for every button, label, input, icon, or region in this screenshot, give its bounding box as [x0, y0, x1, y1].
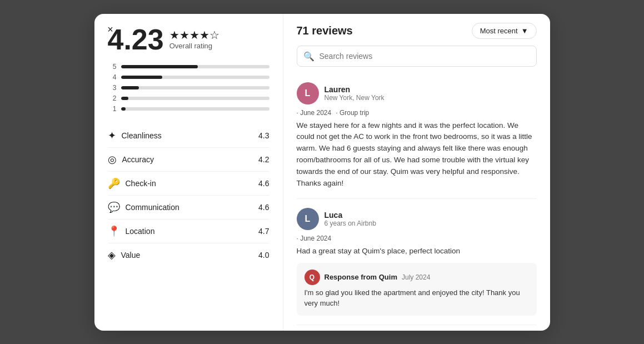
review-date-badge: · June 2024: [297, 235, 537, 242]
reviewer-name: Lauren: [325, 85, 385, 94]
bar-track: [121, 97, 269, 100]
category-left: 📍 Location: [108, 225, 155, 237]
category-left: ✦ Cleanliness: [108, 129, 162, 142]
reviewer-info: Luca 6 years on Airbnb: [325, 211, 376, 227]
category-icon: 📍: [108, 225, 120, 237]
category-icon: ◈: [108, 249, 116, 261]
bar-label: 2: [108, 94, 117, 102]
reviewer-meta: 6 years on Airbnb: [325, 220, 376, 227]
bar-fill: [121, 86, 139, 89]
reviewer-info: Lauren New York, New York: [325, 85, 385, 102]
category-icon: 💬: [108, 201, 120, 213]
category-left: ◎ Accuracy: [108, 153, 154, 166]
category-name: Value: [121, 251, 141, 260]
response-date: July 2024: [402, 273, 430, 281]
bar-track: [121, 107, 269, 111]
bar-fill: [121, 65, 198, 68]
right-panel: 71 reviews Most recent ▼ 🔍 L Lauren New …: [283, 14, 550, 331]
category-item: ✦ Cleanliness 4.3: [108, 124, 269, 148]
category-left: 💬 Communication: [108, 201, 179, 213]
category-icon: 🔑: [108, 177, 120, 190]
reviews-list: L Lauren New York, New York · June 2024 …: [283, 73, 550, 331]
response-block: Q Response from Quim July 2024 I'm so gl…: [297, 263, 537, 316]
review-text: Had a great stay at Quim's place, perfec…: [297, 246, 537, 257]
category-item: 💬 Communication 4.6: [108, 196, 269, 220]
category-icon: ✦: [108, 129, 116, 142]
review-date: · June 2024: [297, 109, 332, 117]
review-text: We stayed here for a few nights and it w…: [297, 120, 537, 190]
avatar: L: [297, 208, 319, 230]
reviewer-row: L Luca 6 years on Airbnb: [297, 208, 537, 230]
response-header: Q Response from Quim July 2024: [304, 270, 529, 285]
category-score: 4.0: [258, 251, 269, 260]
bar-row: 4: [108, 73, 269, 81]
response-avatar: Q: [304, 270, 320, 285]
category-item: ◎ Accuracy 4.2: [108, 148, 269, 172]
category-name: Check-in: [126, 179, 156, 188]
bar-label: 1: [108, 105, 117, 113]
search-input[interactable]: [297, 46, 537, 67]
left-panel: 4.23 ★★★★☆ Overall rating 5 4 3 2 1: [94, 14, 283, 331]
sort-label: Most recent: [480, 27, 518, 35]
category-name: Accuracy: [122, 155, 154, 164]
search-icon: 🔍: [303, 51, 314, 61]
review-item: L Luca 6 years on Airbnb · June 2024 Had…: [297, 199, 537, 325]
close-button[interactable]: ×: [102, 22, 119, 38]
modal-overlay[interactable]: × 4.23 ★★★★☆ Overall rating 5 4 3: [0, 0, 644, 344]
rating-bars: 5 4 3 2 1: [108, 63, 269, 113]
bar-label: 3: [108, 84, 117, 92]
reviewer-name: Luca: [325, 211, 376, 220]
reviews-count: 71 reviews: [297, 24, 353, 37]
bar-row: 2: [108, 94, 269, 102]
review-item: W Will 8 months on Airbnb · June 2024 · …: [297, 325, 537, 331]
reviewer-row: L Lauren New York, New York: [297, 82, 537, 104]
sort-dropdown[interactable]: Most recent ▼: [472, 23, 537, 39]
category-left: 🔑 Check-in: [108, 177, 156, 190]
bar-label: 5: [108, 63, 117, 71]
reviewer-meta: New York, New York: [325, 94, 385, 102]
review-badge: · Group trip: [336, 109, 369, 117]
bar-fill: [121, 97, 128, 100]
modal-body: 4.23 ★★★★☆ Overall rating 5 4 3 2 1: [94, 14, 550, 331]
review-item: L Lauren New York, New York · June 2024 …: [297, 73, 537, 200]
bar-track: [121, 76, 269, 79]
category-icon: ◎: [108, 153, 117, 166]
reviews-modal: × 4.23 ★★★★☆ Overall rating 5 4 3: [94, 14, 550, 331]
bar-fill: [121, 76, 163, 79]
bar-row: 5: [108, 63, 269, 71]
overall-label: Overall rating: [169, 42, 219, 50]
category-score: 4.3: [258, 131, 269, 140]
reviews-header: 71 reviews Most recent ▼: [283, 14, 550, 46]
category-name: Location: [126, 227, 155, 236]
response-text: I'm so glad you liked the apartment and …: [304, 287, 529, 309]
bar-fill: [121, 107, 126, 111]
category-score: 4.6: [258, 179, 269, 188]
bar-row: 1: [108, 105, 269, 113]
category-name: Communication: [126, 203, 179, 212]
close-icon: ×: [107, 24, 113, 36]
category-item: 🔑 Check-in 4.6: [108, 172, 269, 196]
category-item: 📍 Location 4.7: [108, 220, 269, 243]
category-score: 4.2: [258, 155, 269, 164]
category-item: ◈ Value 4.0: [108, 243, 269, 267]
overall-rating-section: 4.23 ★★★★☆ Overall rating: [108, 25, 269, 54]
category-score: 4.7: [258, 227, 269, 236]
category-name: Cleanliness: [122, 131, 162, 140]
response-name: Response from Quim: [325, 273, 397, 281]
bar-row: 3: [108, 84, 269, 92]
category-score: 4.6: [258, 203, 269, 212]
star-display: ★★★★☆: [169, 28, 219, 42]
bar-label: 4: [108, 73, 117, 81]
chevron-down-icon: ▼: [521, 27, 528, 35]
category-list: ✦ Cleanliness 4.3 ◎ Accuracy 4.2 🔑 Check…: [108, 124, 269, 267]
bar-track: [121, 86, 269, 89]
category-left: ◈ Value: [108, 249, 141, 261]
search-bar-container: 🔍: [297, 46, 537, 67]
review-date-badge: · June 2024 · Group trip: [297, 109, 537, 117]
avatar: L: [297, 82, 319, 104]
review-date: · June 2024: [297, 235, 332, 242]
bar-track: [121, 65, 269, 68]
